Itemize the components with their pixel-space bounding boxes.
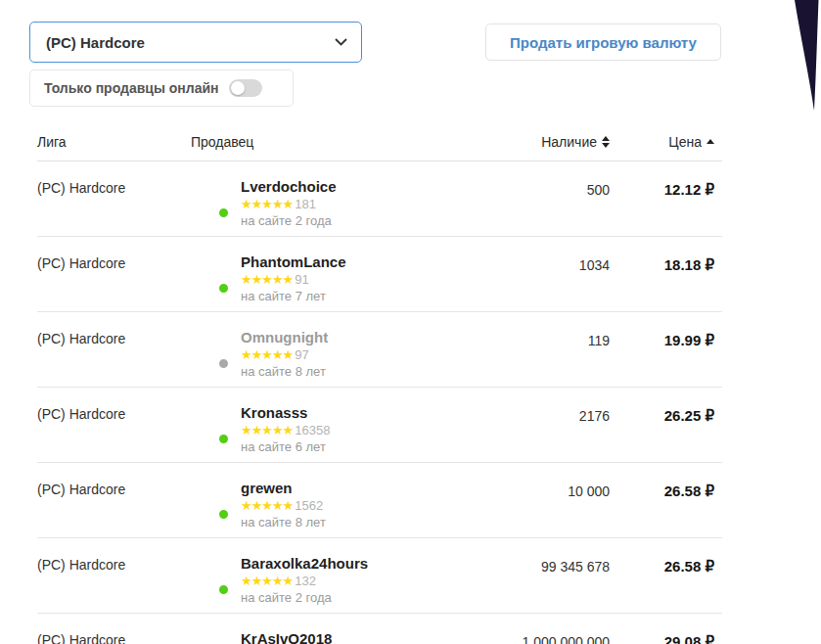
seller-name: Lverdochoice: [241, 178, 337, 196]
offer-league: (PC) Hardcore: [37, 482, 191, 537]
sort-asc-icon: [707, 139, 714, 144]
offer-seller-cell: Baraxolka24hours ★★★★★132 на сайте 2 год…: [191, 557, 435, 613]
star-rating-icon: ★★★★★: [241, 423, 293, 437]
sell-currency-button[interactable]: Продать игровую валюту: [485, 23, 721, 61]
seller-info: grewen ★★★★★1562 на сайте 8 лет: [241, 480, 326, 537]
review-count: 91: [295, 272, 308, 287]
offers-table: Лига Продавец Наличие Цена (PC) Hardcore…: [37, 122, 722, 644]
star-rating-icon: ★★★★★: [241, 574, 293, 588]
seller-info: PhantomLance ★★★★★91 на сайте 7 лет: [241, 253, 346, 311]
avatar-wrap: [191, 557, 228, 594]
seller-info: Kronasss ★★★★★16358 на сайте 6 лет: [241, 404, 330, 462]
seller-rating: ★★★★★97: [241, 346, 328, 363]
table-body: (PC) Hardcore Lverdochoice ★★★★★181 на с…: [37, 161, 722, 644]
online-status-dot: [217, 207, 230, 219]
offer-price: 29.08 ₽: [610, 632, 722, 644]
league-select-value: (PC) Hardcore: [46, 34, 145, 51]
offer-stock: 99 345 678: [435, 557, 610, 613]
star-rating-icon: ★★★★★: [241, 197, 293, 211]
offer-seller-cell: Kronasss ★★★★★16358 на сайте 6 лет: [191, 406, 435, 462]
online-status-dot: [217, 508, 230, 521]
seller-tenure: на сайте 6 лет: [241, 438, 330, 455]
seller-tenure: на сайте 2 года: [241, 589, 368, 606]
seller-name: grewen: [241, 480, 326, 497]
offer-stock: 10 000: [435, 482, 610, 537]
header-price[interactable]: Цена: [610, 134, 722, 150]
banner-wedge-decoration: [789, 0, 821, 117]
seller-tenure: на сайте 2 года: [241, 212, 337, 229]
offer-row[interactable]: (PC) Hardcore Kronasss ★★★★★16358 на сай…: [37, 388, 722, 463]
offer-league: (PC) Hardcore: [37, 331, 191, 387]
avatar-wrap: [191, 632, 228, 644]
avatar-wrap: [191, 331, 228, 368]
offer-seller-cell: Omnugnight ★★★★★97 на сайте 8 лет: [191, 331, 435, 387]
offer-league: (PC) Hardcore: [37, 557, 191, 613]
seller-rating: ★★★★★1562: [241, 497, 326, 514]
offer-row[interactable]: (PC) Hardcore KrAsIvO2018 1 000 000 000 …: [37, 614, 722, 644]
online-sellers-label: Только продавцы онлайн: [44, 80, 219, 96]
offer-stock: 2176: [435, 406, 610, 462]
offer-price: 26.58 ₽: [610, 557, 722, 613]
star-rating-icon: ★★★★★: [241, 498, 293, 513]
offer-league: (PC) Hardcore: [37, 255, 191, 311]
offer-price: 26.25 ₽: [610, 406, 722, 462]
review-count: 181: [295, 197, 316, 211]
seller-name: Baraxolka24hours: [241, 555, 368, 573]
offer-row[interactable]: (PC) Hardcore grewen ★★★★★1562 на сайте …: [37, 463, 722, 538]
offer-row[interactable]: (PC) Hardcore Omnugnight ★★★★★97 на сайт…: [37, 312, 722, 388]
seller-tenure: на сайте 8 лет: [241, 363, 328, 380]
seller-name: Kronasss: [241, 404, 330, 422]
seller-info: KrAsIvO2018: [241, 630, 332, 644]
header-league: Лига: [37, 134, 191, 150]
offer-stock: 1 000 000 000: [435, 632, 610, 644]
offer-stock: 119: [435, 331, 610, 387]
seller-rating: ★★★★★91: [241, 271, 346, 288]
table-header-row: Лига Продавец Наличие Цена: [37, 122, 722, 161]
offer-league: (PC) Hardcore: [37, 180, 191, 236]
offer-price: 19.99 ₽: [610, 331, 722, 387]
toggle-knob: [231, 81, 245, 95]
offer-price: 26.58 ₽: [610, 482, 722, 537]
seller-rating: ★★★★★16358: [241, 422, 330, 438]
avatar-wrap: [191, 180, 228, 217]
avatar-wrap: [191, 406, 228, 443]
header-stock[interactable]: Наличие: [435, 134, 610, 150]
seller-rating: ★★★★★132: [241, 573, 368, 589]
review-count: 1562: [295, 498, 323, 513]
header-seller: Продавец: [191, 134, 435, 150]
seller-rating: ★★★★★181: [241, 196, 337, 212]
offer-league: (PC) Hardcore: [37, 406, 191, 462]
review-count: 16358: [295, 423, 330, 437]
offer-row[interactable]: (PC) Hardcore PhantomLance ★★★★★91 на са…: [37, 237, 722, 312]
seller-tenure: на сайте 8 лет: [241, 514, 326, 530]
star-rating-icon: ★★★★★: [241, 347, 293, 362]
offer-row[interactable]: (PC) Hardcore Lverdochoice ★★★★★181 на с…: [37, 161, 722, 237]
league-select[interactable]: (PC) Hardcore: [29, 22, 362, 63]
seller-name: Omnugnight: [241, 329, 328, 346]
star-rating-icon: ★★★★★: [241, 272, 293, 287]
online-status-dot: [217, 583, 230, 596]
offer-seller-cell: PhantomLance ★★★★★91 на сайте 7 лет: [191, 255, 435, 311]
offer-seller-cell: KrAsIvO2018: [191, 632, 435, 644]
seller-info: Omnugnight ★★★★★97 на сайте 8 лет: [241, 329, 328, 387]
seller-name: KrAsIvO2018: [241, 630, 332, 644]
offer-stock: 1034: [435, 255, 610, 311]
online-sellers-toggle[interactable]: [229, 79, 262, 97]
seller-info: Lverdochoice ★★★★★181 на сайте 2 года: [241, 178, 337, 236]
offer-price: 18.18 ₽: [610, 255, 722, 311]
seller-name: PhantomLance: [241, 253, 346, 271]
offer-league: (PC) Hardcore: [37, 632, 191, 644]
online-sellers-filter[interactable]: Только продавцы онлайн: [29, 69, 294, 107]
avatar-wrap: [191, 482, 228, 519]
online-status-dot: [217, 282, 230, 295]
online-status-dot: [217, 357, 230, 370]
offer-stock: 500: [435, 180, 610, 236]
sell-currency-label: Продать игровую валюту: [510, 34, 697, 51]
offer-row[interactable]: (PC) Hardcore Baraxolka24hours ★★★★★132 …: [37, 538, 722, 614]
seller-info: Baraxolka24hours ★★★★★132 на сайте 2 год…: [241, 555, 368, 613]
review-count: 132: [295, 574, 316, 588]
seller-tenure: на сайте 7 лет: [241, 288, 346, 304]
review-count: 97: [295, 347, 308, 362]
sort-both-icon: [602, 136, 610, 148]
online-status-dot: [217, 433, 230, 445]
